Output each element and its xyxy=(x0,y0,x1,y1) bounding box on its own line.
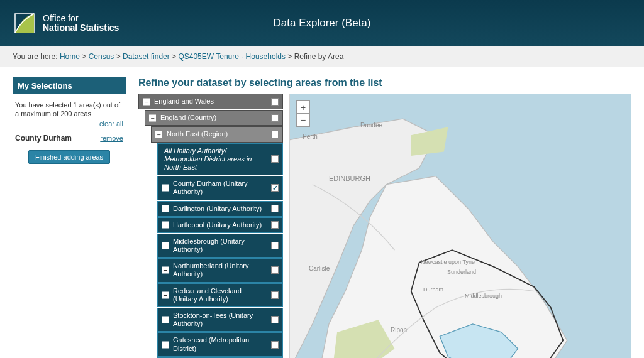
area-tree: − England and Wales − England (Country) … xyxy=(138,94,283,358)
selected-area-row: County Durham remove xyxy=(15,134,123,143)
breadcrumb-current: Refine by Area xyxy=(294,52,344,61)
tree-all-areas[interactable]: All Unitary Authority/ Metropolitan Dist… xyxy=(157,143,283,176)
checkbox[interactable] xyxy=(271,316,279,323)
selections-summary: You have selected 1 area(s) out of a max… xyxy=(15,100,123,119)
checkbox[interactable] xyxy=(271,291,279,299)
breadcrumb-home[interactable]: Home xyxy=(60,52,80,61)
header-decoration xyxy=(569,0,644,46)
map-canvas xyxy=(290,94,631,358)
remove-area-link[interactable]: remove xyxy=(100,134,123,142)
tree-area-item[interactable]: +Stockton-on-Tees (Unitary Authority) xyxy=(157,308,283,332)
selections-sidebar: My Selections You have selected 1 area(s… xyxy=(13,77,126,358)
tree-area-label: Stockton-on-Tees (Unitary Authority) xyxy=(173,312,253,327)
expand-icon[interactable]: + xyxy=(162,317,169,323)
expand-icon[interactable]: + xyxy=(162,341,169,348)
tree-area-item[interactable]: +Hartlepool (Unitary Authority) xyxy=(157,217,283,233)
tree-north-east[interactable]: − North East (Region) xyxy=(151,126,283,142)
tree-area-label: Middlesbrough (Unitary Authority) xyxy=(173,237,245,253)
expand-icon[interactable]: + xyxy=(162,222,169,229)
app-header: Office for National Statistics Data Expl… xyxy=(0,0,644,46)
tree-area-label: Darlington (Unitary Authority) xyxy=(173,205,262,212)
tree-area-label: County Durham (Unitary Authority) xyxy=(173,180,248,195)
tree-area-label: Hartlepool (Unitary Authority) xyxy=(173,221,262,229)
breadcrumb-prefix: You are here: xyxy=(13,52,60,61)
tree-area-label: Northumberland (Unitary Authority) xyxy=(173,262,248,278)
tree-england[interactable]: − England (Country) xyxy=(145,110,283,126)
tree-england-wales[interactable]: − England and Wales xyxy=(138,94,283,109)
checkbox[interactable] xyxy=(271,184,279,192)
selected-area-name: County Durham xyxy=(15,134,72,143)
org-name-line2: National Statistics xyxy=(43,23,119,33)
tree-area-item[interactable]: +County Durham (Unitary Authority) xyxy=(157,176,283,200)
tree-area-item[interactable]: +Middlesbrough (Unitary Authority) xyxy=(157,234,283,258)
clear-all-link[interactable]: clear all xyxy=(15,120,123,127)
checkbox[interactable] xyxy=(271,221,279,229)
checkbox[interactable] xyxy=(271,131,279,138)
collapse-icon[interactable]: − xyxy=(149,114,156,121)
zoom-out-button[interactable]: − xyxy=(297,114,309,126)
tree-area-label: Gateshead (Metropolitan District) xyxy=(173,336,249,352)
page-title: Refine your dataset by selecting areas f… xyxy=(138,77,631,89)
breadcrumb-dataset-finder[interactable]: Dataset finder xyxy=(123,52,170,61)
collapse-icon[interactable]: − xyxy=(155,131,162,138)
checkbox[interactable] xyxy=(271,205,279,212)
map-zoom-control: + − xyxy=(296,100,310,127)
checkbox[interactable] xyxy=(271,114,279,122)
expand-icon[interactable]: + xyxy=(162,267,169,274)
tree-area-label: Redcar and Cleveland (Unitary Authority) xyxy=(173,287,242,303)
tree-area-item[interactable]: +Northumberland (Unitary Authority) xyxy=(157,258,283,282)
finished-adding-button[interactable]: Finished adding areas xyxy=(28,150,110,164)
expand-icon[interactable]: + xyxy=(162,291,169,298)
tree-area-item[interactable]: +Redcar and Cleveland (Unitary Authority… xyxy=(157,283,283,307)
expand-icon[interactable]: + xyxy=(162,205,169,212)
checkbox[interactable] xyxy=(271,266,279,274)
expand-icon[interactable]: + xyxy=(162,185,169,192)
zoom-in-button[interactable]: + xyxy=(297,101,309,114)
checkbox[interactable] xyxy=(271,155,279,163)
checkbox[interactable] xyxy=(271,98,279,106)
map-panel[interactable]: + − Perth Dundee EDINBURGH Carlisle Newc… xyxy=(289,94,631,358)
collapse-icon[interactable]: − xyxy=(143,98,150,105)
checkbox[interactable] xyxy=(271,341,279,349)
expand-icon[interactable]: + xyxy=(162,242,169,249)
selections-title: My Selections xyxy=(13,77,126,94)
ons-logo[interactable]: Office for National Statistics xyxy=(0,11,119,35)
app-title: Data Explorer (Beta) xyxy=(274,17,371,30)
tree-area-item[interactable]: +Darlington (Unitary Authority) xyxy=(157,201,283,217)
breadcrumb-dataset[interactable]: QS405EW Tenure - Households xyxy=(178,52,286,61)
tree-area-item[interactable]: +Gateshead (Metropolitan District) xyxy=(157,332,283,356)
breadcrumb-census[interactable]: Census xyxy=(89,52,114,61)
breadcrumb: You are here: Home > Census > Dataset fi… xyxy=(0,46,644,67)
checkbox[interactable] xyxy=(271,242,279,249)
ons-logo-icon xyxy=(13,11,36,35)
org-name-line1: Office for xyxy=(43,14,119,23)
